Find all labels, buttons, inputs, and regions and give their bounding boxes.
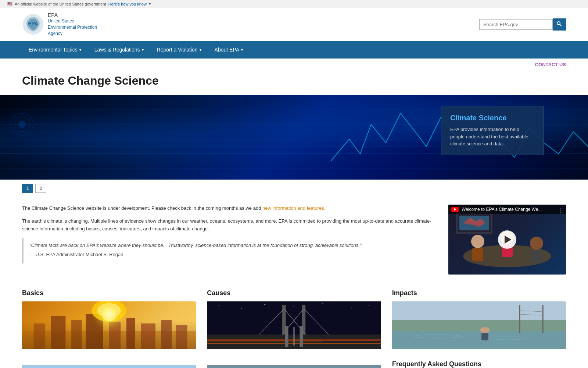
- video-title-bar: Welcome to EPA's Climate Change We...: [448, 205, 566, 214]
- gov-banner-text: An official website of the United States…: [15, 2, 106, 6]
- card-basics-heading: Basics: [22, 289, 196, 297]
- card-indicators-image[interactable]: [22, 365, 196, 368]
- svg-point-39: [97, 303, 121, 318]
- cards-grid: Basics: [22, 289, 566, 368]
- video-player[interactable]: Welcome to EPA's Climate Change We... ⋮: [448, 205, 566, 275]
- svg-rect-64: [481, 333, 488, 340]
- causes-image-visual: [207, 301, 381, 349]
- cards-section: Basics: [0, 289, 588, 368]
- gov-banner: 🇺🇸 An official website of the United Sta…: [0, 0, 588, 8]
- svg-rect-33: [109, 322, 121, 349]
- hero-info-title: Climate Science: [450, 114, 535, 122]
- quote-text: "Climate facts are back on EPA's website…: [29, 242, 428, 250]
- youtube-icon: [451, 207, 459, 212]
- search-input[interactable]: [479, 19, 553, 30]
- epa-logo-icon: EPA: [22, 13, 44, 35]
- mountain-stream-scene: [207, 365, 381, 368]
- svg-point-19: [471, 235, 484, 248]
- card-faq: Frequently Asked Questions: [392, 360, 566, 368]
- indicators-image-visual: [22, 365, 196, 368]
- nav-item-report-violation[interactable]: Report a Violation ▾: [150, 41, 208, 59]
- svg-rect-20: [472, 248, 483, 261]
- main-nav: Environmental Topics ▾ Laws & Regulation…: [0, 41, 588, 59]
- svg-point-23: [530, 237, 543, 250]
- svg-rect-35: [141, 323, 155, 349]
- card-faq-heading: Frequently Asked Questions: [392, 360, 566, 368]
- svg-rect-77: [207, 365, 381, 368]
- impacts-image-visual: [392, 301, 566, 349]
- svg-point-17: [18, 121, 26, 128]
- card-basics: Basics: [22, 289, 196, 349]
- search-button[interactable]: [553, 18, 566, 31]
- svg-point-47: [369, 305, 370, 305]
- card-causes: Causes: [207, 289, 381, 349]
- svg-point-44: [293, 307, 294, 307]
- svg-rect-28: [22, 331, 196, 349]
- svg-point-46: [351, 308, 352, 308]
- content-text: The Climate Change Science website is un…: [22, 205, 434, 275]
- card-basics-image[interactable]: [22, 301, 196, 349]
- nav-item-laws-regulations[interactable]: Laws & Regulations ▾: [88, 41, 150, 59]
- card-impacts-risk: Climate Change Impacts and Risk Analysis: [207, 360, 381, 368]
- quote-block: "Climate facts are back on EPA's website…: [22, 238, 434, 264]
- card-impacts-image[interactable]: [392, 301, 566, 349]
- epa-acronym: EPA: [48, 12, 58, 18]
- city-skyline: [22, 301, 196, 349]
- chevron-down-icon: ▾: [241, 48, 243, 52]
- quote-attribution: — U.S. EPA Administrator Michael S. Rega…: [29, 251, 428, 259]
- search-icon: [556, 21, 562, 27]
- nav-item-environmental-topics[interactable]: Environmental Topics ▾: [22, 41, 88, 59]
- chevron-down-icon: ▾: [79, 48, 81, 52]
- card-impacts: Impacts: [392, 289, 566, 349]
- svg-rect-34: [126, 318, 135, 349]
- epa-logo-text-block: EPA United States Environmental Protecti…: [48, 12, 97, 36]
- nav-item-about-epa[interactable]: About EPA ▾: [208, 41, 250, 59]
- basics-image-visual: [22, 301, 196, 349]
- svg-rect-54: [207, 335, 381, 349]
- hero-banner: Climate Science EPA provides information…: [0, 95, 588, 180]
- highlight-link[interactable]: new information and features.: [262, 205, 325, 211]
- video-title: Welcome to EPA's Climate Change We...: [462, 207, 542, 212]
- video-options-icon[interactable]: ⋮: [557, 207, 563, 214]
- how-you-know-link[interactable]: Here's how you know: [108, 2, 147, 6]
- epa-logo[interactable]: EPA EPA United States Environmental Prot…: [22, 12, 97, 36]
- page-title: Climate Change Science: [22, 74, 566, 88]
- svg-text:EPA: EPA: [28, 21, 38, 26]
- svg-point-41: [218, 305, 219, 305]
- page-title-section: Climate Change Science: [0, 70, 588, 95]
- flood-scene: [392, 301, 566, 349]
- epa-full-name: United States Environmental Protection A…: [48, 18, 97, 36]
- main-content: The Climate Change Science website is un…: [0, 197, 588, 289]
- video-background: [448, 205, 566, 275]
- contact-bar: CONTACT US: [0, 59, 588, 70]
- svg-rect-37: [176, 325, 187, 349]
- slide-button-1[interactable]: 1: [22, 184, 33, 193]
- flag-emoji: 🇺🇸: [7, 1, 12, 6]
- svg-rect-30: [51, 316, 65, 349]
- chevron-down-icon: ▾: [142, 48, 144, 52]
- svg-point-43: [265, 304, 266, 305]
- slide-button-2[interactable]: 2: [35, 184, 46, 193]
- forest-scene: [22, 365, 196, 368]
- svg-rect-69: [22, 365, 196, 368]
- chevron-down-icon: ▾: [200, 48, 201, 52]
- intro-paragraph: The Climate Change Science website is un…: [22, 205, 434, 212]
- card-causes-image[interactable]: [207, 301, 381, 349]
- hero-info-box: Climate Science EPA provides information…: [441, 106, 544, 155]
- svg-rect-24: [531, 250, 542, 263]
- svg-rect-36: [161, 320, 172, 349]
- card-impacts-heading: Impacts: [392, 289, 566, 297]
- video-section: Welcome to EPA's Climate Change We... ⋮: [448, 205, 566, 275]
- svg-line-14: [37, 95, 184, 180]
- main-paragraph: The earth's climate is changing. Multipl…: [22, 217, 434, 233]
- card-indicators: Climate Change Indicators: [22, 360, 196, 368]
- svg-point-2: [557, 22, 560, 25]
- slide-controls: 1 2: [0, 180, 588, 197]
- highway-scene: [207, 301, 381, 349]
- header: EPA EPA United States Environmental Prot…: [0, 8, 588, 41]
- impacts2-image-visual: [207, 365, 381, 368]
- svg-line-13: [0, 95, 147, 180]
- svg-line-3: [560, 24, 562, 26]
- card-impacts-risk-image[interactable]: [207, 365, 381, 368]
- contact-us-link[interactable]: CONTACT US: [535, 62, 566, 67]
